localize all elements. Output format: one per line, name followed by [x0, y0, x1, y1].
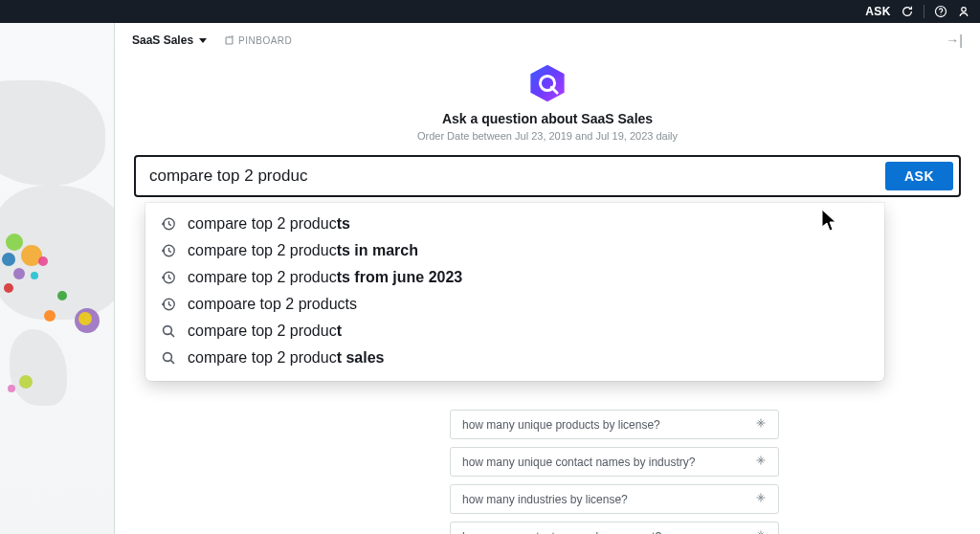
chevron-down-icon — [199, 38, 207, 43]
divider — [924, 5, 924, 18]
pinboard-button[interactable]: PINBOARD — [224, 35, 292, 46]
example-question[interactable]: how many contact names by segment? — [450, 522, 779, 534]
suggestion-item[interactable]: compare top 2 products — [145, 211, 884, 237]
history-icon — [161, 297, 176, 312]
pinboard-label: PINBOARD — [238, 35, 292, 46]
panel-header: SaaS Sales PINBOARD →| — [115, 23, 980, 52]
history-icon — [161, 243, 176, 258]
suggestion-text: compare top 2 product sales — [188, 349, 384, 367]
topic-name: SaaS Sales — [132, 33, 193, 47]
suggestion-text: compare top 2 products from june 2023 — [188, 269, 462, 286]
question-input[interactable] — [149, 167, 885, 186]
svg-marker-4 — [530, 65, 564, 102]
svg-point-11 — [164, 353, 172, 362]
suggestion-item[interactable]: compare top 2 products from june 2023 — [145, 264, 884, 291]
example-question-text: how many contact names by segment? — [462, 530, 661, 535]
sparkle-icon — [755, 492, 767, 506]
user-icon[interactable] — [957, 5, 970, 18]
sparkle-icon — [755, 417, 767, 432]
background-map — [0, 23, 115, 534]
example-question[interactable]: how many industries by license? — [450, 484, 779, 514]
example-question[interactable]: how many unique contact names by industr… — [450, 447, 779, 477]
example-question[interactable]: how many unique products by license? — [450, 410, 779, 439]
suggestion-item[interactable]: compare top 2 products in march — [145, 237, 884, 264]
example-question-text: how many unique contact names by industr… — [462, 456, 695, 469]
search-icon — [161, 350, 176, 366]
suggestion-text: compare top 2 product — [188, 323, 342, 340]
hero-title: Ask a question about SaaS Sales — [115, 111, 980, 126]
collapse-icon[interactable]: →| — [946, 33, 963, 48]
history-icon — [161, 216, 176, 232]
suggestion-text: compare top 2 products — [188, 215, 350, 233]
sparkle-icon — [755, 529, 767, 534]
app-topbar: ASK — [0, 0, 980, 23]
main-panel: SaaS Sales PINBOARD →| — [115, 23, 980, 534]
svg-point-2 — [962, 8, 967, 12]
sparkle-icon — [755, 455, 767, 469]
ask-button[interactable]: ASK — [885, 162, 953, 190]
example-question-text: how many industries by license? — [462, 493, 628, 506]
topbar-ask-label[interactable]: ASK — [865, 5, 891, 18]
suggestion-text: compoare top 2 products — [188, 296, 357, 313]
example-question-text: how many unique products by license? — [462, 418, 660, 432]
topic-dropdown[interactable]: SaaS Sales — [132, 33, 207, 47]
svg-rect-3 — [226, 37, 233, 44]
suggestion-item[interactable]: compare top 2 product — [145, 318, 884, 345]
suggestion-item[interactable]: compoare top 2 products — [145, 291, 884, 318]
search-icon — [161, 323, 176, 339]
svg-point-10 — [164, 326, 172, 335]
suggestion-text: compare top 2 products in march — [188, 242, 418, 259]
example-question-list: how many unique products by license?how … — [450, 410, 779, 534]
refresh-icon[interactable] — [901, 5, 914, 18]
hero-subtitle: Order Date between Jul 23, 2019 and Jul … — [115, 130, 980, 142]
history-icon — [161, 270, 176, 285]
help-icon[interactable] — [934, 5, 947, 18]
svg-point-1 — [940, 14, 941, 15]
ask-bar: ASK — [134, 155, 961, 197]
suggestion-item[interactable]: compare top 2 product sales — [145, 345, 884, 371]
hero: Ask a question about SaaS Sales Order Da… — [115, 63, 980, 142]
q-logo-icon — [527, 63, 568, 103]
suggestion-dropdown: compare top 2 productscompare top 2 prod… — [145, 203, 884, 381]
